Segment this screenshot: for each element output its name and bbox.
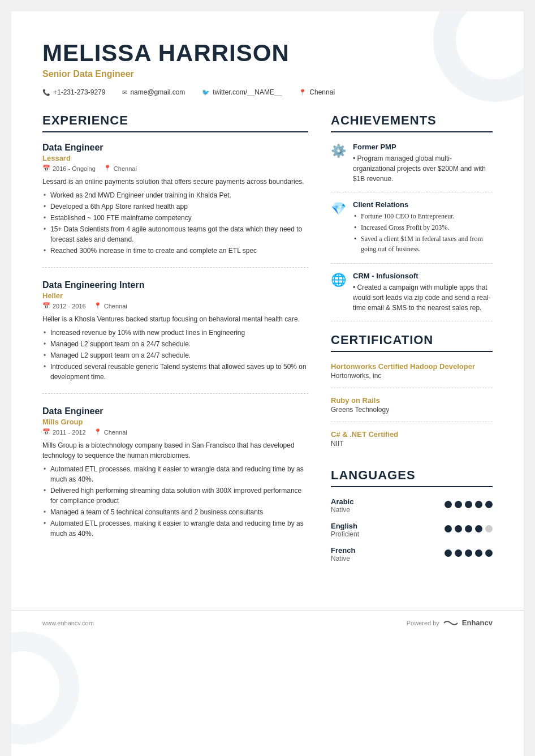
bullet-item: Managed L2 support team on a 24/7 schedu…	[42, 350, 308, 360]
location-icon: 📍	[299, 89, 307, 96]
dot	[475, 525, 482, 532]
phone-icon: 📞	[42, 89, 50, 96]
cert-0: Hortonworks Certified Hadoop Developer H…	[331, 362, 493, 388]
contact-info: 📞 +1-231-273-9279 ✉ name@gmail.com 🐦 twi…	[42, 88, 493, 96]
exp-entry-1: Data Engineering Intern Heller 📅 2012 - …	[42, 280, 308, 394]
exp-meta-2: 📅 2011 - 2012 📍 Chennai	[42, 428, 308, 436]
exp-bullets-1: Increased revenue by 10% with new produc…	[42, 328, 308, 382]
cert-issuer-2: NIIT	[331, 440, 493, 448]
exp-meta-0: 📅 2016 - Ongoing 📍 Chennai	[42, 165, 308, 172]
lang-info-2: French Native	[331, 546, 355, 562]
lang-level-1: Proficient	[331, 530, 359, 538]
twitter-icon: 🐦	[202, 89, 210, 96]
lang-info-0: Arabic Native	[331, 497, 353, 514]
languages-section: LANGUAGES Arabic Native	[331, 468, 493, 562]
cert-1: Ruby on Rails Greens Technology	[331, 396, 493, 422]
achievement-bullet: Fortune 100 CEO to Entrepreneur.	[353, 211, 493, 221]
exp-bullets-0: Worked as 2nd MWD Engineer under trainin…	[42, 190, 308, 256]
email-icon: ✉	[122, 89, 127, 96]
bullet-item: Automated ETL processes, making it easie…	[42, 518, 308, 539]
bullet-item: Managed L2 support team on a 24/7 schedu…	[42, 339, 308, 349]
phone-number: +1-231-273-9279	[53, 88, 105, 96]
cert-name-2: C# & .NET Certified	[331, 430, 493, 439]
dot	[445, 549, 452, 557]
left-column: EXPERIENCE Data Engineer Lessard 📅 2016 …	[42, 113, 308, 570]
dot	[465, 549, 472, 557]
certification-section-title: CERTIFICATION	[331, 333, 493, 352]
achievement-icon-0: ⚙️	[331, 144, 346, 184]
twitter-item: 🐦 twitter.com/__NAME__	[202, 88, 282, 96]
pin-icon-2: 📍	[94, 428, 102, 436]
bullet-item: Managed a team of 5 technical consultant…	[42, 507, 308, 517]
brand-name: Enhancv	[462, 618, 493, 627]
phone-item: 📞 +1-231-273-9279	[42, 88, 105, 96]
exp-company-1: Heller	[42, 291, 308, 300]
dot	[455, 525, 462, 532]
bullet-item: Established ~ 100 FTE mainframe competen…	[42, 213, 308, 223]
exp-desc-0: Lessard is an online payments solution t…	[42, 177, 308, 187]
exp-meta-1: 📅 2012 - 2016 📍 Chennai	[42, 302, 308, 310]
cert-issuer-0: Hortonworks, inc	[331, 372, 493, 380]
lang-name-1: English	[331, 522, 359, 530]
exp-location-0: 📍 Chennai	[103, 165, 137, 172]
bullet-item: Developed a 6th App Store ranked health …	[42, 201, 308, 212]
dot	[455, 501, 462, 508]
exp-period-2: 📅 2011 - 2012	[42, 428, 86, 436]
lang-info-1: English Proficient	[331, 522, 359, 538]
twitter-handle: twitter.com/__NAME__	[213, 88, 282, 96]
dot	[445, 525, 452, 532]
achievement-body-1: Client Relations Fortune 100 CEO to Entr…	[353, 200, 493, 255]
dot	[485, 501, 493, 508]
lang-0: Arabic Native	[331, 497, 493, 514]
lang-level-0: Native	[331, 506, 353, 514]
lang-dots-0	[445, 501, 493, 508]
cert-name-1: Ruby on Rails	[331, 396, 493, 405]
dot	[485, 525, 493, 532]
resume-page: MELISSA HARRISON Senior Data Engineer 📞 …	[11, 11, 524, 756]
footer: www.enhancv.com Powered by Enhancv	[11, 610, 524, 635]
powered-by-text: Powered by	[407, 620, 439, 626]
exp-bullets-2: Automated ETL processes, making it easie…	[42, 464, 308, 539]
achievement-0: ⚙️ Former PMP • Program managed global m…	[331, 143, 493, 192]
bullet-item: Introduced several reusable generic Tale…	[42, 362, 308, 382]
exp-company-0: Lessard	[42, 154, 308, 162]
achievement-text-2: • Created a campaign with multiple apps …	[353, 282, 493, 313]
location-item: 📍 Chennai	[299, 88, 335, 96]
exp-desc-1: Heller is a Khosla Ventures backed start…	[42, 314, 308, 324]
bullet-item: 15+ Data Scientists from 4 agile autonom…	[42, 224, 308, 244]
calendar-icon-0: 📅	[42, 165, 50, 172]
enhancv-logo-icon	[443, 619, 459, 627]
footer-brand: Powered by Enhancv	[407, 618, 493, 627]
exp-job-title-2: Data Engineer	[42, 406, 308, 416]
deco-circle-bottom-left	[11, 632, 79, 745]
exp-location-2: 📍 Chennai	[94, 428, 127, 436]
achievement-icon-1: 💎	[331, 201, 346, 255]
dot	[485, 549, 493, 557]
achievement-body-2: CRM - Infusionsoft • Created a campaign …	[353, 272, 493, 313]
exp-job-title-0: Data Engineer	[42, 143, 308, 153]
right-column: ACHIEVEMENTS ⚙️ Former PMP • Program man…	[331, 113, 493, 570]
location-text: Chennai	[309, 88, 335, 96]
lang-2: French Native	[331, 546, 493, 562]
exp-period-1: 📅 2012 - 2016	[42, 302, 86, 310]
exp-company-2: Mills Group	[42, 418, 308, 426]
languages-section-title: LANGUAGES	[331, 468, 493, 487]
exp-desc-2: Mills Group is a biotechnology company b…	[42, 440, 308, 461]
bullet-item: Reached 300% increase in time to create …	[42, 246, 308, 256]
lang-1: English Proficient	[331, 522, 493, 538]
footer-url: www.enhancv.com	[42, 620, 94, 626]
achievement-2: 🌐 CRM - Infusionsoft • Created a campaig…	[331, 272, 493, 321]
bullet-item: Worked as 2nd MWD Engineer under trainin…	[42, 190, 308, 200]
experience-section-title: EXPERIENCE	[42, 113, 308, 132]
lang-name-0: Arabic	[331, 497, 353, 506]
exp-entry-2: Data Engineer Mills Group 📅 2011 - 2012 …	[42, 406, 308, 550]
dot	[465, 501, 472, 508]
pin-icon-1: 📍	[94, 302, 102, 310]
cert-2: C# & .NET Certified NIIT	[331, 430, 493, 456]
achievement-bullets-1: Fortune 100 CEO to Entrepreneur. Increas…	[353, 211, 493, 254]
header: MELISSA HARRISON Senior Data Engineer 📞 …	[42, 40, 493, 96]
dot	[445, 501, 452, 508]
dot	[455, 549, 462, 557]
email-address: name@gmail.com	[130, 88, 185, 96]
cert-issuer-1: Greens Technology	[331, 406, 493, 414]
